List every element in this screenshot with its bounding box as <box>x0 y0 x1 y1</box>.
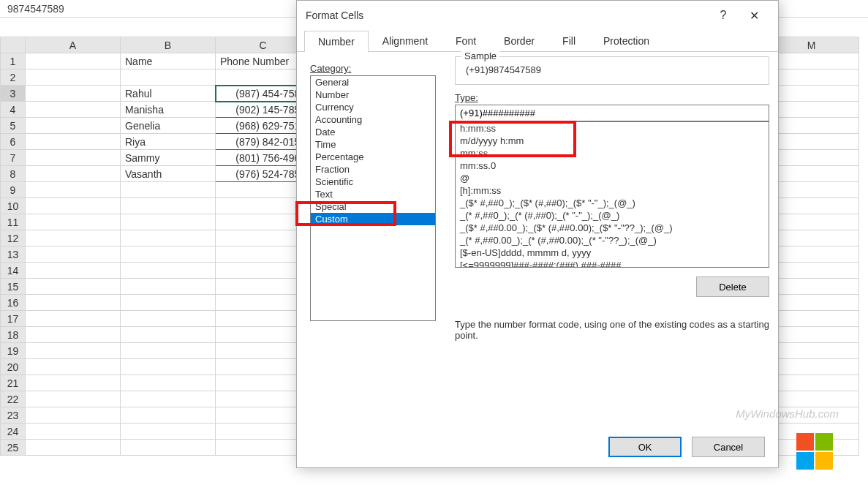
row-3[interactable]: 3 <box>1 86 26 102</box>
sample-label: Sample <box>461 50 499 61</box>
row-9[interactable]: 9 <box>1 182 26 198</box>
dialog-buttons: OK Cancel <box>601 437 765 457</box>
category-percentage[interactable]: Percentage <box>311 151 435 163</box>
close-icon[interactable]: ✕ <box>739 9 769 23</box>
row-13[interactable]: 13 <box>1 246 26 263</box>
category-currency[interactable]: Currency <box>311 101 435 113</box>
watermark-logo-icon <box>796 433 833 470</box>
row-11[interactable]: 11 <box>1 214 26 230</box>
dialog-tabs: Number Alignment Font Border Fill Protec… <box>297 30 778 52</box>
tab-fill[interactable]: Fill <box>548 30 589 51</box>
fmt-11[interactable]: [<=9999999]###-####;(###) ###-#### <box>456 259 769 268</box>
fmt-0[interactable]: h:mm:ss <box>456 122 769 135</box>
category-label: Category: <box>310 63 351 74</box>
category-general[interactable]: General <box>311 76 435 89</box>
row-14[interactable]: 14 <box>1 263 26 279</box>
category-listbox[interactable]: General Number Currency Accounting Date … <box>310 75 436 321</box>
sample-group: Sample (+91)9874547589 <box>455 56 769 85</box>
cell-B1[interactable]: Name <box>121 53 216 69</box>
row-6[interactable]: 6 <box>1 134 26 150</box>
fmt-9[interactable]: _(* #,##0.00_);_(* (#,##0.00);_(* "-"??_… <box>456 234 769 246</box>
fmt-8[interactable]: _($* #,##0.00_);_($* (#,##0.00);_($* "-"… <box>456 222 769 234</box>
row-25[interactable]: 25 <box>1 440 26 456</box>
cell-B8[interactable]: Vasanth <box>121 166 216 182</box>
row-12[interactable]: 12 <box>1 230 26 246</box>
format-cells-dialog: Format Cells ? ✕ Number Alignment Font B… <box>296 0 779 468</box>
tab-font[interactable]: Font <box>442 30 490 51</box>
row-8[interactable]: 8 <box>1 166 26 182</box>
category-text[interactable]: Text <box>311 188 435 200</box>
cell-B3[interactable]: Rahul <box>121 86 216 102</box>
dialog-body: Category: General Number Currency Accoun… <box>297 52 778 331</box>
tab-protection[interactable]: Protection <box>589 30 663 51</box>
fmt-1[interactable]: m/d/yyyy h:mm <box>456 135 769 147</box>
row-21[interactable]: 21 <box>1 375 26 391</box>
category-fraction[interactable]: Fraction <box>311 163 435 176</box>
row-17[interactable]: 17 <box>1 311 26 327</box>
cell-B5[interactable]: Genelia <box>121 118 216 134</box>
fmt-3[interactable]: mm:ss.0 <box>456 159 769 172</box>
tab-alignment[interactable]: Alignment <box>369 30 442 51</box>
type-label: Type: <box>455 92 478 103</box>
row-19[interactable]: 19 <box>1 343 26 359</box>
tab-border[interactable]: Border <box>490 30 548 51</box>
row-24[interactable]: 24 <box>1 424 26 440</box>
fmt-10[interactable]: [$-en-US]dddd, mmmm d, yyyy <box>456 246 769 259</box>
row-1[interactable]: 1 <box>1 53 26 69</box>
ok-button[interactable]: OK <box>608 437 682 457</box>
category-accounting[interactable]: Accounting <box>311 113 435 126</box>
format-code-list[interactable]: h:mm:ss m/d/yyyy h:mm mm:ss mm:ss.0 @ [h… <box>455 121 769 268</box>
row-4[interactable]: 4 <box>1 102 26 118</box>
type-input[interactable] <box>455 105 769 121</box>
dialog-title: Format Cells <box>306 10 363 21</box>
fmt-7[interactable]: _(* #,##0_);_(* (#,##0);_(* "-"_);_(@_) <box>456 209 769 222</box>
row-23[interactable]: 23 <box>1 407 26 424</box>
category-number[interactable]: Number <box>311 89 435 101</box>
cancel-button[interactable]: Cancel <box>692 437 765 457</box>
row-20[interactable]: 20 <box>1 359 26 375</box>
col-A[interactable]: A <box>26 37 121 53</box>
category-custom[interactable]: Custom <box>311 213 435 225</box>
dialog-titlebar[interactable]: Format Cells ? ✕ <box>297 1 778 30</box>
formula-value: 9874547589 <box>7 3 64 15</box>
row-16[interactable]: 16 <box>1 295 26 311</box>
fmt-6[interactable]: _($* #,##0_);_($* (#,##0);_($* "-"_);_(@… <box>456 197 769 209</box>
row-10[interactable]: 10 <box>1 198 26 214</box>
help-icon[interactable]: ? <box>708 9 739 22</box>
cell-B4[interactable]: Manisha <box>121 102 216 118</box>
row-15[interactable]: 15 <box>1 279 26 295</box>
row-22[interactable]: 22 <box>1 391 26 407</box>
delete-button[interactable]: Delete <box>696 276 769 297</box>
tab-number[interactable]: Number <box>304 31 369 52</box>
row-5[interactable]: 5 <box>1 118 26 134</box>
row-2[interactable]: 2 <box>1 69 26 86</box>
select-all-corner[interactable] <box>1 37 26 53</box>
category-time[interactable]: Time <box>311 138 435 151</box>
row-18[interactable]: 18 <box>1 327 26 343</box>
sample-value: (+91)9874547589 <box>463 61 761 75</box>
category-scientific[interactable]: Scientific <box>311 176 435 188</box>
category-date[interactable]: Date <box>311 126 435 138</box>
fmt-5[interactable]: [h]:mm:ss <box>456 184 769 197</box>
fmt-4[interactable]: @ <box>456 172 769 184</box>
cell-B6[interactable]: Riya <box>121 134 216 150</box>
category-special[interactable]: Special <box>311 200 435 213</box>
fmt-2[interactable]: mm:ss <box>456 147 769 159</box>
format-hint: Type the number format code, using one o… <box>455 297 769 341</box>
number-right-pane: Sample (+91)9874547589 Type: h:mm:ss m/d… <box>455 52 769 341</box>
col-B[interactable]: B <box>121 37 216 53</box>
cell-B7[interactable]: Sammy <box>121 150 216 166</box>
row-7[interactable]: 7 <box>1 150 26 166</box>
